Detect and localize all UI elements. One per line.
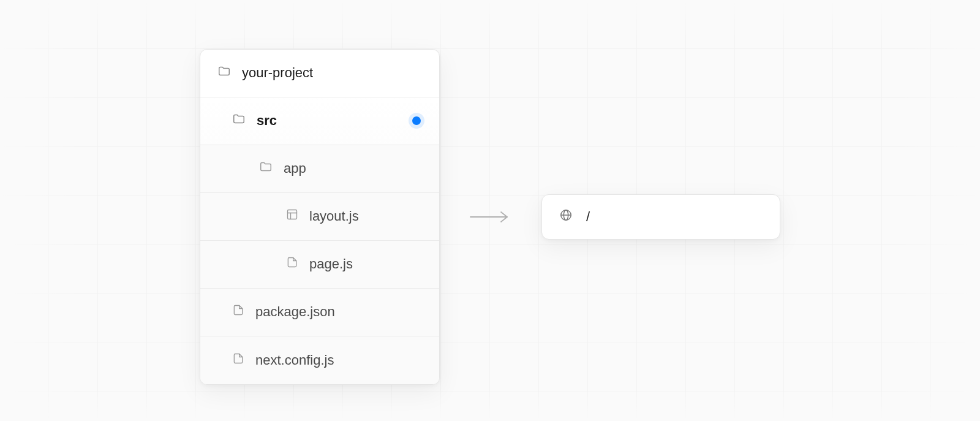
file-tree-item-package: package.json [200,289,439,336]
file-tree-item-label: package.json [255,304,335,320]
file-tree-root-label: your-project [242,65,313,81]
folder-icon [217,64,231,82]
arrow-right-icon [469,210,512,224]
file-tree-item-label: next.config.js [255,352,334,368]
file-tree-item-nextconfig: next.config.js [200,336,439,384]
route-url-box: / [541,194,780,240]
layout-icon [286,208,298,224]
file-tree-item-label: app [284,161,306,176]
file-icon [286,256,298,272]
file-icon [232,352,244,368]
file-tree-item-page: page.js [200,241,439,289]
globe-icon [559,208,573,226]
diagram-canvas: your-project src app layout.js pa [0,0,980,421]
file-tree-item-label: page.js [309,256,353,272]
file-tree-panel: your-project src app layout.js pa [200,49,440,385]
file-tree-item-label: layout.js [309,208,359,224]
file-tree-item-app: app [200,145,439,193]
file-tree-item-layout: layout.js [200,193,439,241]
route-path-label: / [586,209,590,225]
file-icon [232,304,244,320]
highlight-dot-icon [412,116,421,125]
svg-rect-0 [288,210,297,219]
file-tree-item-label: src [257,113,277,129]
file-tree-root: your-project [200,50,439,97]
file-tree-item-src: src [200,97,439,145]
folder-icon [259,160,273,177]
folder-icon [232,112,246,129]
